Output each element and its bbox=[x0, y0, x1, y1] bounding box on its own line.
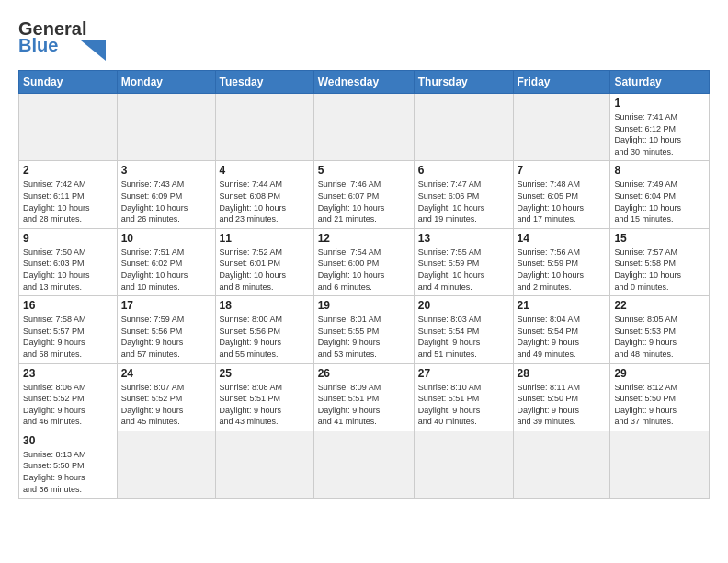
calendar-cell bbox=[313, 94, 414, 161]
day-number: 5 bbox=[318, 164, 410, 177]
day-info: Sunrise: 7:55 AM Sunset: 5:59 PM Dayligh… bbox=[418, 247, 509, 293]
calendar-cell bbox=[414, 431, 513, 498]
page: General Blue SundayMondayTuesdayWednesda… bbox=[0, 0, 728, 508]
day-info: Sunrise: 7:51 AM Sunset: 6:02 PM Dayligh… bbox=[121, 247, 211, 293]
calendar-cell: 22Sunrise: 8:05 AM Sunset: 5:53 PM Dayli… bbox=[610, 296, 710, 363]
svg-marker-2 bbox=[81, 40, 106, 61]
day-info: Sunrise: 8:07 AM Sunset: 5:52 PM Dayligh… bbox=[121, 382, 211, 428]
calendar-cell: 10Sunrise: 7:51 AM Sunset: 6:02 PM Dayli… bbox=[117, 228, 215, 295]
calendar-cell bbox=[215, 431, 313, 498]
weekday-header-sunday: Sunday bbox=[19, 71, 118, 94]
day-info: Sunrise: 7:48 AM Sunset: 6:05 PM Dayligh… bbox=[518, 178, 607, 224]
day-number: 23 bbox=[23, 367, 113, 380]
day-number: 4 bbox=[220, 164, 310, 177]
calendar-cell bbox=[117, 94, 215, 161]
day-info: Sunrise: 7:59 AM Sunset: 5:56 PM Dayligh… bbox=[121, 314, 211, 360]
header: General Blue bbox=[18, 15, 710, 61]
calendar-cell: 13Sunrise: 7:55 AM Sunset: 5:59 PM Dayli… bbox=[414, 228, 513, 295]
day-info: Sunrise: 8:06 AM Sunset: 5:52 PM Dayligh… bbox=[23, 382, 113, 428]
day-number: 14 bbox=[518, 232, 607, 245]
day-number: 11 bbox=[220, 232, 310, 245]
day-number: 29 bbox=[614, 367, 705, 380]
calendar-cell: 12Sunrise: 7:54 AM Sunset: 6:00 PM Dayli… bbox=[313, 228, 414, 295]
day-info: Sunrise: 8:00 AM Sunset: 5:56 PM Dayligh… bbox=[220, 314, 310, 360]
calendar-cell: 7Sunrise: 7:48 AM Sunset: 6:05 PM Daylig… bbox=[513, 161, 610, 228]
calendar-cell: 17Sunrise: 7:59 AM Sunset: 5:56 PM Dayli… bbox=[117, 296, 215, 363]
calendar-cell: 5Sunrise: 7:46 AM Sunset: 6:07 PM Daylig… bbox=[313, 161, 414, 228]
calendar-table: SundayMondayTuesdayWednesdayThursdayFrid… bbox=[18, 70, 710, 499]
day-info: Sunrise: 7:49 AM Sunset: 6:04 PM Dayligh… bbox=[614, 178, 705, 224]
calendar-cell: 3Sunrise: 7:43 AM Sunset: 6:09 PM Daylig… bbox=[117, 161, 215, 228]
calendar-cell: 26Sunrise: 8:09 AM Sunset: 5:51 PM Dayli… bbox=[313, 363, 414, 431]
calendar-cell: 9Sunrise: 7:50 AM Sunset: 6:03 PM Daylig… bbox=[19, 228, 118, 295]
day-number: 30 bbox=[23, 434, 113, 447]
day-info: Sunrise: 7:50 AM Sunset: 6:03 PM Dayligh… bbox=[23, 247, 113, 293]
week-row-5: 30Sunrise: 8:13 AM Sunset: 5:50 PM Dayli… bbox=[19, 431, 710, 498]
day-info: Sunrise: 8:08 AM Sunset: 5:51 PM Dayligh… bbox=[220, 382, 310, 428]
calendar-cell: 23Sunrise: 8:06 AM Sunset: 5:52 PM Dayli… bbox=[19, 363, 118, 431]
weekday-header-saturday: Saturday bbox=[610, 71, 710, 94]
day-number: 8 bbox=[614, 164, 705, 177]
day-number: 1 bbox=[614, 97, 705, 109]
day-number: 10 bbox=[121, 232, 211, 245]
day-number: 9 bbox=[23, 232, 113, 245]
day-number: 3 bbox=[121, 164, 211, 177]
calendar-cell: 29Sunrise: 8:12 AM Sunset: 5:50 PM Dayli… bbox=[610, 363, 710, 431]
svg-text:Blue: Blue bbox=[18, 35, 58, 55]
day-number: 7 bbox=[518, 164, 607, 177]
weekday-header-wednesday: Wednesday bbox=[313, 71, 414, 94]
day-info: Sunrise: 7:44 AM Sunset: 6:08 PM Dayligh… bbox=[220, 178, 310, 224]
calendar-cell bbox=[19, 94, 118, 161]
calendar-cell: 14Sunrise: 7:56 AM Sunset: 5:59 PM Dayli… bbox=[513, 228, 610, 295]
weekday-header-row: SundayMondayTuesdayWednesdayThursdayFrid… bbox=[19, 71, 710, 94]
day-number: 20 bbox=[418, 299, 509, 312]
day-number: 24 bbox=[121, 367, 211, 380]
logo-svg: General Blue bbox=[18, 15, 106, 61]
day-info: Sunrise: 7:43 AM Sunset: 6:09 PM Dayligh… bbox=[121, 178, 211, 224]
day-info: Sunrise: 7:41 AM Sunset: 6:12 PM Dayligh… bbox=[614, 111, 705, 157]
calendar-cell: 4Sunrise: 7:44 AM Sunset: 6:08 PM Daylig… bbox=[215, 161, 313, 228]
day-number: 28 bbox=[518, 367, 607, 380]
calendar-cell: 15Sunrise: 7:57 AM Sunset: 5:58 PM Dayli… bbox=[610, 228, 710, 295]
calendar-cell: 27Sunrise: 8:10 AM Sunset: 5:51 PM Dayli… bbox=[414, 363, 513, 431]
day-number: 12 bbox=[318, 232, 410, 245]
calendar-cell: 6Sunrise: 7:47 AM Sunset: 6:06 PM Daylig… bbox=[414, 161, 513, 228]
day-number: 19 bbox=[318, 299, 410, 312]
day-info: Sunrise: 7:52 AM Sunset: 6:01 PM Dayligh… bbox=[220, 247, 310, 293]
weekday-header-monday: Monday bbox=[117, 71, 215, 94]
calendar-cell bbox=[414, 94, 513, 161]
day-number: 21 bbox=[518, 299, 607, 312]
day-info: Sunrise: 8:03 AM Sunset: 5:54 PM Dayligh… bbox=[418, 314, 509, 360]
day-info: Sunrise: 8:11 AM Sunset: 5:50 PM Dayligh… bbox=[518, 382, 607, 428]
calendar-cell: 16Sunrise: 7:58 AM Sunset: 5:57 PM Dayli… bbox=[19, 296, 118, 363]
logo: General Blue bbox=[18, 15, 106, 61]
day-number: 26 bbox=[318, 367, 410, 380]
calendar-cell: 18Sunrise: 8:00 AM Sunset: 5:56 PM Dayli… bbox=[215, 296, 313, 363]
calendar-cell: 19Sunrise: 8:01 AM Sunset: 5:55 PM Dayli… bbox=[313, 296, 414, 363]
day-info: Sunrise: 7:58 AM Sunset: 5:57 PM Dayligh… bbox=[23, 314, 113, 360]
day-info: Sunrise: 7:47 AM Sunset: 6:06 PM Dayligh… bbox=[418, 178, 509, 224]
day-number: 6 bbox=[418, 164, 509, 177]
day-number: 15 bbox=[614, 232, 705, 245]
day-number: 22 bbox=[614, 299, 705, 312]
calendar-cell: 24Sunrise: 8:07 AM Sunset: 5:52 PM Dayli… bbox=[117, 363, 215, 431]
calendar-cell bbox=[610, 431, 710, 498]
day-info: Sunrise: 8:10 AM Sunset: 5:51 PM Dayligh… bbox=[418, 382, 509, 428]
day-number: 2 bbox=[23, 164, 113, 177]
calendar-cell: 11Sunrise: 7:52 AM Sunset: 6:01 PM Dayli… bbox=[215, 228, 313, 295]
calendar-cell bbox=[117, 431, 215, 498]
day-number: 18 bbox=[220, 299, 310, 312]
day-info: Sunrise: 8:05 AM Sunset: 5:53 PM Dayligh… bbox=[614, 314, 705, 360]
week-row-0: 1Sunrise: 7:41 AM Sunset: 6:12 PM Daylig… bbox=[19, 94, 710, 161]
day-info: Sunrise: 7:46 AM Sunset: 6:07 PM Dayligh… bbox=[318, 178, 410, 224]
day-info: Sunrise: 7:56 AM Sunset: 5:59 PM Dayligh… bbox=[518, 247, 607, 293]
calendar-cell: 1Sunrise: 7:41 AM Sunset: 6:12 PM Daylig… bbox=[610, 94, 710, 161]
week-row-4: 23Sunrise: 8:06 AM Sunset: 5:52 PM Dayli… bbox=[19, 363, 710, 431]
calendar-cell: 30Sunrise: 8:13 AM Sunset: 5:50 PM Dayli… bbox=[19, 431, 118, 498]
day-info: Sunrise: 7:42 AM Sunset: 6:11 PM Dayligh… bbox=[23, 178, 113, 224]
day-number: 13 bbox=[418, 232, 509, 245]
day-number: 17 bbox=[121, 299, 211, 312]
day-number: 27 bbox=[418, 367, 509, 380]
weekday-header-tuesday: Tuesday bbox=[215, 71, 313, 94]
day-number: 25 bbox=[220, 367, 310, 380]
